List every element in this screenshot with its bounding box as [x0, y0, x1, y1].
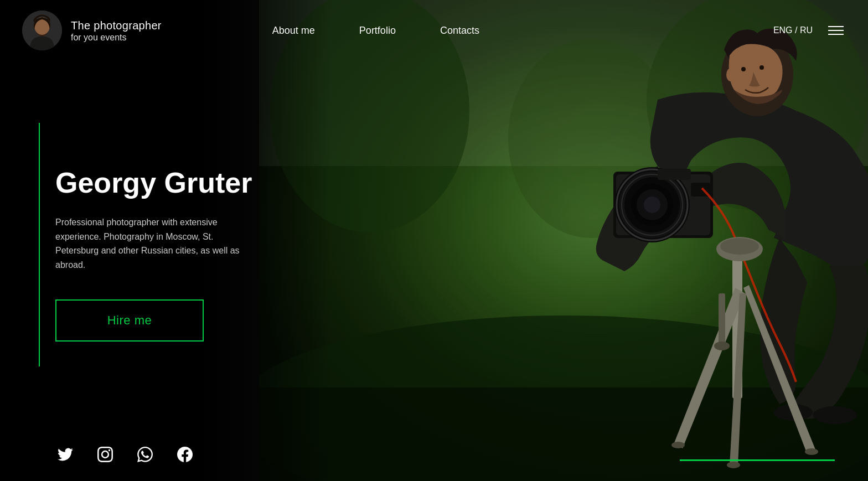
hamburger-line-1 — [828, 26, 844, 27]
social-bar — [55, 444, 195, 464]
whatsapp-icon[interactable] — [135, 444, 155, 464]
hero-name: Georgy Gruter — [55, 167, 255, 199]
main-content: Georgy Gruter Professional photographer … — [0, 0, 868, 481]
hero-description: Professional photographer with extensive… — [55, 215, 255, 272]
logo-subtitle: for you events — [71, 33, 162, 43]
logo-section[interactable]: The photographer for you events — [22, 11, 162, 50]
main-nav: About me Portfolio Contacts — [272, 25, 479, 37]
nav-link-portfolio[interactable]: Portfolio — [359, 25, 396, 37]
hero-text-block: Georgy Gruter Professional photographer … — [55, 167, 255, 342]
nav-link-about[interactable]: About me — [272, 25, 315, 37]
logo-title: The photographer — [71, 18, 162, 33]
lang-switcher[interactable]: ENG / RU — [773, 25, 813, 35]
header-right: ENG / RU — [773, 24, 846, 37]
twitter-icon[interactable] — [55, 444, 75, 464]
nav-link-contacts[interactable]: Contacts — [440, 25, 479, 37]
facebook-icon[interactable] — [175, 444, 195, 464]
hire-me-button[interactable]: Hire me — [55, 299, 204, 342]
avatar — [22, 11, 62, 50]
progress-indicator — [680, 459, 835, 461]
logo-text: The photographer for you events — [71, 18, 162, 43]
instagram-icon[interactable] — [95, 444, 115, 464]
hamburger-line-2 — [828, 30, 844, 31]
hamburger-menu[interactable] — [826, 24, 846, 37]
hamburger-line-3 — [828, 34, 844, 35]
header: The photographer for you events About me… — [0, 0, 868, 61]
